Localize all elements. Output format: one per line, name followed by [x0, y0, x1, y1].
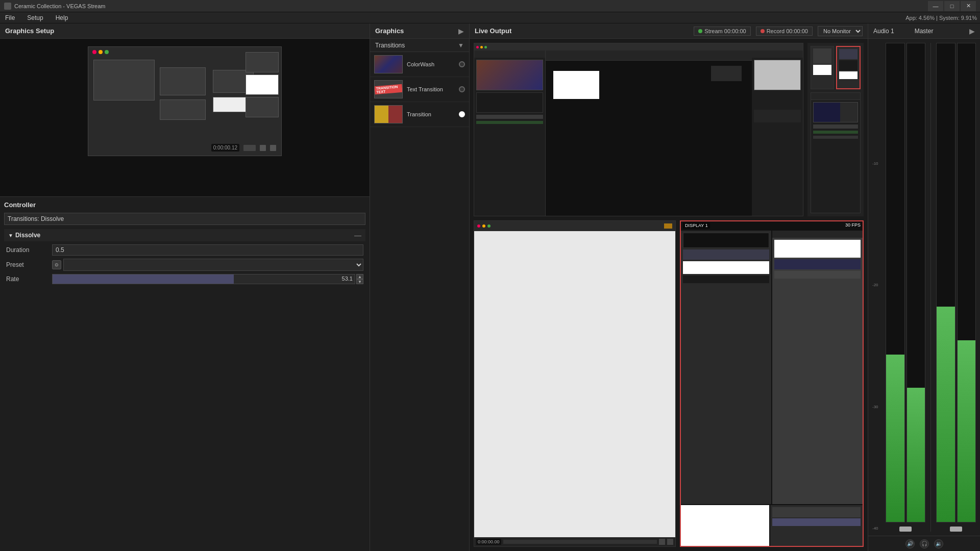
- app-icon: [4, 3, 11, 10]
- rate-input[interactable]: 53.1: [52, 274, 355, 284]
- menu-help[interactable]: Help: [54, 13, 70, 22]
- live-side-panel: [811, 92, 861, 213]
- dot-red: [92, 50, 96, 54]
- rate-fill: [53, 274, 234, 284]
- minimize-button[interactable]: —: [928, 1, 943, 11]
- master-meter-l-fill: [937, 307, 955, 522]
- disp-bot-r1: [772, 507, 861, 517]
- transition-item-main[interactable]: Transition: [370, 102, 469, 127]
- preview-control[interactable]: [243, 145, 256, 151]
- side-panel-content: [811, 100, 860, 141]
- transitions-dropdown[interactable]: Transitions: Dissolve: [4, 213, 365, 225]
- mini-dot-red: [476, 46, 479, 48]
- audio-meters: -10 -20 -30 -40: [868, 39, 980, 536]
- transitions-collapse-icon[interactable]: ▼: [458, 42, 464, 49]
- display-bottom-row: [681, 505, 863, 546]
- transition-item-colorwash[interactable]: ColorWash: [370, 52, 469, 77]
- duration-input[interactable]: [52, 244, 363, 256]
- db-labels: -10 -20 -30 -40: [872, 43, 883, 532]
- disp-right-content: [772, 238, 863, 281]
- preset-input-group: ⊙: [52, 259, 363, 271]
- master-meter-r-fill: [958, 340, 976, 522]
- monitor-thumb-2: [836, 46, 861, 89]
- audio1-meter-bars: [886, 43, 925, 522]
- menu-bar: File Setup Help App: 4.56% | System: 9.9…: [0, 12, 980, 23]
- ctrl-btn-1[interactable]: [659, 539, 665, 545]
- dissolve-section-toggle[interactable]: ▼ Dissolve —: [4, 229, 365, 241]
- menu-setup[interactable]: Setup: [25, 13, 45, 22]
- stream-label: Stream 00:00:00: [704, 28, 746, 34]
- section-minimize-icon[interactable]: —: [354, 231, 361, 239]
- window-title: Ceramic Collection - VEGAS Stream: [14, 3, 106, 9]
- controller-dropdown-row: Transitions: Dissolve: [4, 213, 365, 225]
- master-meter-l: [936, 43, 955, 522]
- audio-expand-icon[interactable]: ▶: [969, 27, 975, 35]
- preview-btn2[interactable]: [270, 145, 276, 151]
- preset-select[interactable]: [63, 259, 363, 271]
- rthumb-1: [246, 52, 279, 72]
- mini-right-block2: [754, 110, 801, 122]
- side-bar-2: [813, 131, 858, 134]
- volume-button[interactable]: 🔊: [905, 539, 915, 548]
- live-display-panel: DISPLAY 1 30 FPS: [680, 220, 864, 547]
- controller-title: Controller: [4, 201, 365, 209]
- live-bottom-row: 0:00:00.00 DISPLAY 1 30 FPS: [474, 220, 864, 547]
- mini-left-panel: [474, 51, 546, 216]
- mini-center: [546, 51, 752, 216]
- live-output-content: 0:00:00.00 DISPLAY 1 30 FPS: [470, 39, 868, 551]
- live-bottom-white: [474, 231, 675, 546]
- master-fader-knob[interactable]: [950, 527, 962, 532]
- audio1-fader-knob[interactable]: [899, 527, 912, 532]
- close-button[interactable]: ✕: [961, 1, 976, 11]
- dot-g: [487, 224, 491, 228]
- transition-name: Transition: [407, 111, 455, 117]
- colorwash-radio[interactable]: [459, 61, 465, 67]
- graphics-expand-icon[interactable]: ▶: [458, 27, 464, 35]
- graphics-setup-header: Graphics Setup: [0, 23, 370, 39]
- side-thumb-1: [813, 102, 858, 122]
- rate-spin-down[interactable]: ▼: [356, 279, 363, 284]
- headphone-button[interactable]: 🎧: [920, 539, 929, 548]
- display-fps: 30 FPS: [845, 222, 861, 228]
- mini-right-thumb-content: [754, 60, 800, 90]
- disp-right-header: [772, 231, 863, 238]
- live-bottom-mini: 0:00:00.00: [474, 221, 675, 546]
- maximize-button[interactable]: □: [944, 1, 960, 11]
- rate-spin-up[interactable]: ▲: [356, 274, 363, 279]
- disp-mid: [774, 271, 861, 279]
- transitions-label: Transitions: [375, 42, 405, 49]
- monitor-select[interactable]: No Monitor: [818, 26, 863, 36]
- rate-value: 53.1: [342, 276, 353, 282]
- db-30: -30: [872, 405, 883, 409]
- audio1-fader-row: [899, 527, 912, 532]
- mini-white-box: [553, 71, 599, 99]
- audio1-meter-r: [906, 43, 926, 522]
- live-output-controls: Stream 00:00:00 Record 00:00:00 No Monit…: [694, 26, 863, 36]
- ctrl-btn-2[interactable]: [667, 539, 673, 545]
- text-transition-radio[interactable]: [459, 86, 465, 92]
- mini-thumb-content: [477, 60, 543, 90]
- colorwash-thumb: [374, 55, 403, 73]
- record-button[interactable]: Record 00:00:00: [756, 27, 813, 36]
- audio-extra-btn[interactable]: 🔉: [934, 539, 943, 548]
- stream-button[interactable]: Stream 00:00:00: [694, 27, 750, 36]
- controller-section: Controller Transitions: Dissolve ▼ Disso…: [0, 197, 370, 551]
- text-transition-thumb-label: TRANSITION TEXT: [374, 84, 402, 95]
- audio1-meters: [886, 43, 925, 532]
- preview-inner: 0:00:00.12: [88, 46, 282, 156]
- display-inner: [681, 231, 863, 546]
- display-col-left: [681, 231, 771, 504]
- graphics-title: Graphics: [375, 27, 404, 35]
- transition-radio[interactable]: [459, 111, 465, 117]
- preset-icon-btn[interactable]: ⊙: [52, 260, 61, 269]
- timebar: [503, 540, 657, 544]
- app-status: App: 4.56% | System: 9.91%: [905, 15, 977, 21]
- side-thumb-1-fill: [814, 103, 840, 122]
- disp-block2: [683, 249, 769, 260]
- preview-btn[interactable]: [260, 145, 266, 151]
- transition-item-text[interactable]: TRANSITION TEXT Text Transition: [370, 77, 469, 102]
- duration-label: Duration: [6, 246, 52, 254]
- menu-file[interactable]: File: [3, 13, 17, 22]
- mini-dot-green: [484, 46, 487, 48]
- text-transition-name: Text Transition: [407, 86, 455, 92]
